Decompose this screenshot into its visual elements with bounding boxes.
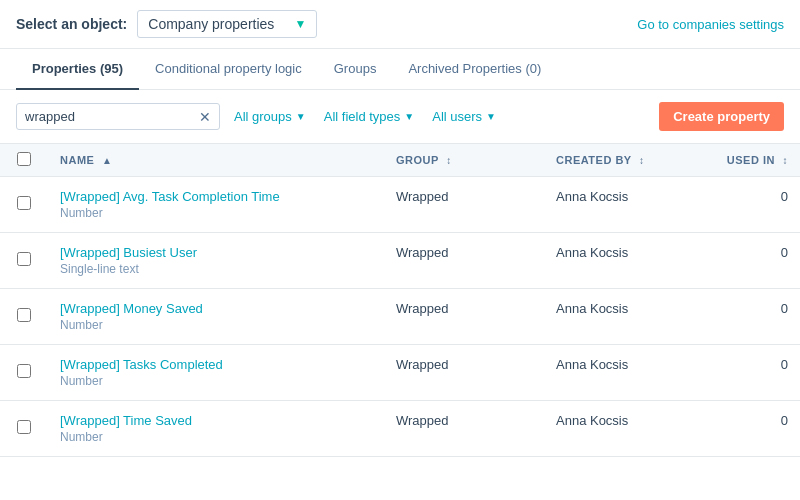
- row-created-by-cell: Anna Kocsis: [544, 289, 704, 345]
- chevron-down-icon: ▼: [486, 111, 496, 122]
- table-row: [Wrapped] Time Saved Number Wrapped Anna…: [0, 401, 800, 457]
- properties-table-container: NAME ▲ GROUP ↕ CREATED BY ↕ USED IN ↕: [0, 144, 800, 487]
- chevron-down-icon: ▼: [296, 111, 306, 122]
- row-group-cell: Wrapped: [384, 401, 544, 457]
- row-checkbox[interactable]: [17, 196, 31, 210]
- property-type: Number: [60, 430, 372, 444]
- row-checkbox-cell: [0, 289, 48, 345]
- property-type: Single-line text: [60, 262, 372, 276]
- object-dropdown[interactable]: Company properties ▼: [137, 10, 317, 38]
- row-group-cell: Wrapped: [384, 233, 544, 289]
- all-field-types-dropdown[interactable]: All field types ▼: [320, 104, 419, 129]
- row-checkbox-cell: [0, 233, 48, 289]
- col-header-created-by[interactable]: CREATED BY ↕: [544, 144, 704, 177]
- all-groups-dropdown[interactable]: All groups ▼: [230, 104, 310, 129]
- col-header-used-in[interactable]: USED IN ↕: [704, 144, 800, 177]
- table-row: [Wrapped] Busiest User Single-line text …: [0, 233, 800, 289]
- sort-icon: ↕: [639, 155, 645, 166]
- row-checkbox-cell: [0, 345, 48, 401]
- top-bar-left: Select an object: Company properties ▼: [16, 10, 317, 38]
- create-property-button[interactable]: Create property: [659, 102, 784, 131]
- row-name-cell: [Wrapped] Busiest User Single-line text: [48, 233, 384, 289]
- property-name-link[interactable]: [Wrapped] Tasks Completed: [60, 357, 372, 372]
- chevron-down-icon: ▼: [404, 111, 414, 122]
- table-header-row: NAME ▲ GROUP ↕ CREATED BY ↕ USED IN ↕: [0, 144, 800, 177]
- table-row: [Wrapped] Tasks Completed Number Wrapped…: [0, 345, 800, 401]
- row-used-in-cell: 0: [704, 345, 800, 401]
- row-checkbox[interactable]: [17, 308, 31, 322]
- row-created-by-cell: Anna Kocsis: [544, 177, 704, 233]
- companies-settings-link[interactable]: Go to companies settings: [637, 17, 784, 32]
- top-bar: Select an object: Company properties ▼ G…: [0, 0, 800, 49]
- row-name-cell: [Wrapped] Tasks Completed Number: [48, 345, 384, 401]
- property-type: Number: [60, 318, 372, 332]
- search-input[interactable]: [25, 109, 193, 124]
- col-header-name[interactable]: NAME ▲: [48, 144, 384, 177]
- tab-archived[interactable]: Archived Properties (0): [392, 49, 557, 90]
- search-box: ✕: [16, 103, 220, 130]
- row-group-cell: Wrapped: [384, 345, 544, 401]
- select-all-checkbox-header: [0, 144, 48, 177]
- row-name-cell: [Wrapped] Money Saved Number: [48, 289, 384, 345]
- tabs-bar: Properties (95) Conditional property log…: [0, 49, 800, 90]
- row-checkbox[interactable]: [17, 420, 31, 434]
- all-users-dropdown[interactable]: All users ▼: [428, 104, 500, 129]
- sort-icon: ▲: [102, 155, 112, 166]
- row-created-by-cell: Anna Kocsis: [544, 345, 704, 401]
- select-all-checkbox[interactable]: [17, 152, 31, 166]
- object-dropdown-text: Company properties: [148, 16, 286, 32]
- row-used-in-cell: 0: [704, 233, 800, 289]
- row-group-cell: Wrapped: [384, 289, 544, 345]
- row-checkbox[interactable]: [17, 252, 31, 266]
- tab-groups[interactable]: Groups: [318, 49, 393, 90]
- clear-search-button[interactable]: ✕: [199, 110, 211, 124]
- row-name-cell: [Wrapped] Avg. Task Completion Time Numb…: [48, 177, 384, 233]
- property-type: Number: [60, 206, 372, 220]
- row-checkbox[interactable]: [17, 364, 31, 378]
- row-checkbox-cell: [0, 177, 48, 233]
- row-created-by-cell: Anna Kocsis: [544, 401, 704, 457]
- sort-icon: ↕: [446, 155, 452, 166]
- row-name-cell: [Wrapped] Time Saved Number: [48, 401, 384, 457]
- property-type: Number: [60, 374, 372, 388]
- sort-icon: ↕: [783, 155, 789, 166]
- tab-conditional[interactable]: Conditional property logic: [139, 49, 318, 90]
- chevron-down-icon: ▼: [294, 17, 306, 31]
- tab-properties[interactable]: Properties (95): [16, 49, 139, 90]
- property-name-link[interactable]: [Wrapped] Time Saved: [60, 413, 372, 428]
- row-used-in-cell: 0: [704, 289, 800, 345]
- properties-table: NAME ▲ GROUP ↕ CREATED BY ↕ USED IN ↕: [0, 144, 800, 457]
- property-name-link[interactable]: [Wrapped] Avg. Task Completion Time: [60, 189, 372, 204]
- row-created-by-cell: Anna Kocsis: [544, 233, 704, 289]
- row-used-in-cell: 0: [704, 401, 800, 457]
- table-row: [Wrapped] Avg. Task Completion Time Numb…: [0, 177, 800, 233]
- select-object-label: Select an object:: [16, 16, 127, 32]
- col-header-group[interactable]: GROUP ↕: [384, 144, 544, 177]
- row-checkbox-cell: [0, 401, 48, 457]
- filter-bar: ✕ All groups ▼ All field types ▼ All use…: [0, 90, 800, 144]
- table-row: [Wrapped] Money Saved Number Wrapped Ann…: [0, 289, 800, 345]
- row-used-in-cell: 0: [704, 177, 800, 233]
- property-name-link[interactable]: [Wrapped] Money Saved: [60, 301, 372, 316]
- row-group-cell: Wrapped: [384, 177, 544, 233]
- property-name-link[interactable]: [Wrapped] Busiest User: [60, 245, 372, 260]
